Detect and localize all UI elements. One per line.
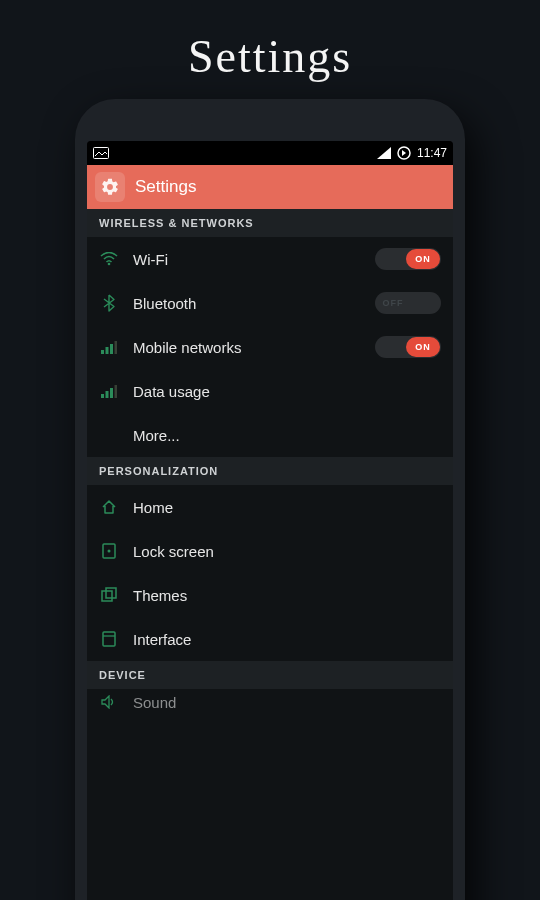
row-label: More... bbox=[133, 427, 441, 444]
section-header-device: DEVICE bbox=[87, 661, 453, 689]
svg-point-3 bbox=[108, 263, 111, 266]
toggle-pill: ON bbox=[406, 337, 440, 357]
svg-rect-8 bbox=[101, 394, 104, 398]
statusbar: 11:47 bbox=[87, 141, 453, 165]
row-label: Themes bbox=[133, 587, 441, 604]
section-header-wireless: WIRELESS & NETWORKS bbox=[87, 209, 453, 237]
mobile-toggle[interactable]: ON bbox=[375, 336, 441, 358]
toggle-pill: ON bbox=[406, 249, 440, 269]
row-wifi[interactable]: Wi-Fi ON bbox=[87, 237, 453, 281]
themes-icon bbox=[99, 587, 119, 603]
wifi-toggle[interactable]: ON bbox=[375, 248, 441, 270]
bluetooth-icon bbox=[99, 294, 119, 312]
home-icon bbox=[99, 499, 119, 515]
bluetooth-toggle[interactable]: OFF bbox=[375, 292, 441, 314]
appbar-title: Settings bbox=[135, 177, 196, 197]
wifi-icon bbox=[99, 252, 119, 266]
row-sound[interactable]: Sound bbox=[87, 689, 453, 715]
section-header-personalization: PERSONALIZATION bbox=[87, 457, 453, 485]
lock-screen-icon bbox=[99, 543, 119, 559]
row-interface[interactable]: Interface bbox=[87, 617, 453, 661]
svg-marker-1 bbox=[377, 147, 391, 159]
row-lock-screen[interactable]: Lock screen bbox=[87, 529, 453, 573]
svg-rect-5 bbox=[106, 347, 109, 354]
status-time: 11:47 bbox=[417, 146, 447, 160]
settings-list: WIRELESS & NETWORKS Wi-Fi ON Bluetooth O… bbox=[87, 209, 453, 900]
sound-icon bbox=[99, 695, 119, 709]
svg-rect-14 bbox=[102, 591, 112, 601]
row-more[interactable]: More... bbox=[87, 413, 453, 457]
appbar: Settings bbox=[87, 165, 453, 209]
signal-bars-icon bbox=[99, 340, 119, 354]
picture-icon bbox=[93, 147, 109, 159]
row-label: Lock screen bbox=[133, 543, 441, 560]
row-label: Home bbox=[133, 499, 441, 516]
svg-rect-4 bbox=[101, 350, 104, 354]
svg-rect-15 bbox=[106, 588, 116, 598]
toggle-pill: OFF bbox=[376, 293, 410, 313]
row-home[interactable]: Home bbox=[87, 485, 453, 529]
phone-frame: 11:47 Settings WIRELESS & NETWORKS Wi-Fi… bbox=[75, 99, 465, 900]
power-icon bbox=[397, 146, 411, 160]
svg-rect-7 bbox=[115, 341, 118, 354]
row-bluetooth[interactable]: Bluetooth OFF bbox=[87, 281, 453, 325]
row-label: Sound bbox=[133, 694, 441, 711]
row-label: Mobile networks bbox=[133, 339, 361, 356]
row-data-usage[interactable]: Data usage bbox=[87, 369, 453, 413]
row-label: Wi-Fi bbox=[133, 251, 361, 268]
signal-icon bbox=[377, 147, 391, 159]
interface-icon bbox=[99, 631, 119, 647]
promo-title: Settings bbox=[0, 0, 540, 99]
svg-rect-6 bbox=[110, 344, 113, 354]
data-bars-icon bbox=[99, 384, 119, 398]
svg-rect-10 bbox=[110, 388, 113, 398]
settings-icon[interactable] bbox=[95, 172, 125, 202]
row-themes[interactable]: Themes bbox=[87, 573, 453, 617]
svg-rect-16 bbox=[103, 632, 115, 646]
svg-rect-9 bbox=[106, 391, 109, 398]
row-label: Interface bbox=[133, 631, 441, 648]
row-label: Data usage bbox=[133, 383, 441, 400]
row-mobile-networks[interactable]: Mobile networks ON bbox=[87, 325, 453, 369]
phone-screen: 11:47 Settings WIRELESS & NETWORKS Wi-Fi… bbox=[87, 141, 453, 900]
row-label: Bluetooth bbox=[133, 295, 361, 312]
svg-rect-11 bbox=[115, 385, 118, 398]
svg-point-13 bbox=[108, 550, 111, 553]
